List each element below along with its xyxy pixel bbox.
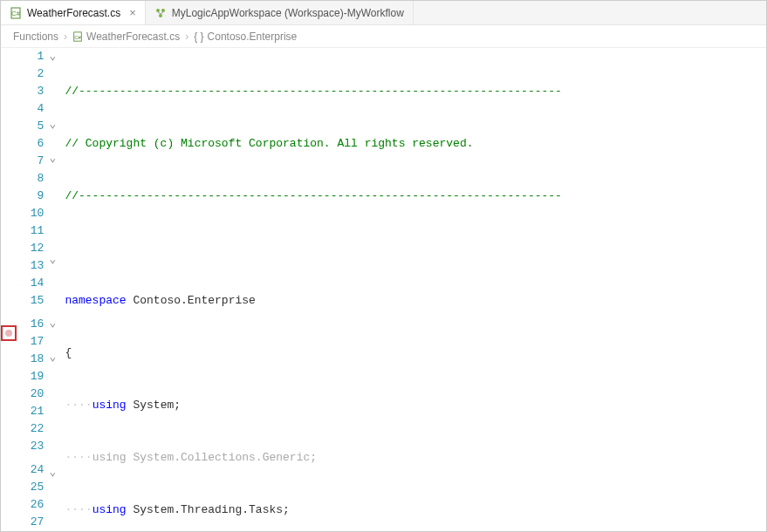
svg-text:C#: C# — [11, 10, 21, 17]
breadcrumb-item[interactable]: { } Contoso.Enterprise — [194, 31, 297, 43]
csharp-file-icon: C# — [10, 7, 22, 19]
code-editor[interactable]: 1 2 3 4 5 6 7 8 9 10 11 12 13 14 15 16 1… — [1, 48, 766, 531]
tab-weatherforecast[interactable]: C# WeatherForecast.cs × — [1, 1, 146, 24]
fold-icon[interactable]: ⌄ — [47, 116, 58, 133]
fold-icon[interactable]: ⌄ — [47, 251, 58, 269]
fold-gutter[interactable]: ⌄ ⌄ ⌄ ⌄ ⌄ ⌄ ⌄ — [47, 48, 61, 531]
braces-icon: { } — [194, 31, 203, 43]
code-content[interactable]: //--------------------------------------… — [61, 48, 766, 531]
svg-point-3 — [161, 9, 165, 12]
breakpoint-margin[interactable] — [1, 48, 17, 531]
tab-label: MyLogicAppWorkspace (Workspace)-MyWorkfl… — [172, 7, 404, 19]
tab-workflow[interactable]: MyLogicAppWorkspace (Workspace)-MyWorkfl… — [146, 1, 414, 24]
breakpoint-indicator[interactable] — [1, 325, 17, 341]
breadcrumb-bar: Functions › C# WeatherForecast.cs › { } … — [1, 25, 766, 48]
line-numbers: 1 2 3 4 5 6 7 8 9 10 11 12 13 14 15 16 1… — [17, 48, 48, 531]
fold-icon[interactable]: ⌄ — [47, 464, 58, 481]
breadcrumb-item[interactable]: Functions — [13, 31, 58, 43]
breakpoint-dot-icon — [5, 330, 12, 337]
svg-point-2 — [156, 9, 160, 12]
svg-text:C#: C# — [74, 34, 81, 39]
close-icon[interactable]: × — [129, 6, 136, 19]
svg-point-4 — [159, 14, 162, 17]
fold-icon[interactable]: ⌄ — [47, 150, 58, 167]
breadcrumb-item[interactable]: C# WeatherForecast.cs — [72, 31, 180, 43]
workflow-icon — [154, 7, 167, 19]
chevron-right-icon: › — [64, 31, 67, 43]
chevron-right-icon: › — [185, 31, 188, 43]
fold-icon[interactable]: ⌄ — [47, 48, 58, 65]
tab-label: WeatherForecast.cs — [27, 7, 120, 19]
editor-tabs: C# WeatherForecast.cs × MyLogicAppWorksp… — [1, 1, 766, 25]
fold-icon[interactable]: ⌄ — [47, 349, 58, 366]
csharp-file-icon: C# — [72, 31, 83, 42]
fold-icon[interactable]: ⌄ — [47, 315, 58, 332]
